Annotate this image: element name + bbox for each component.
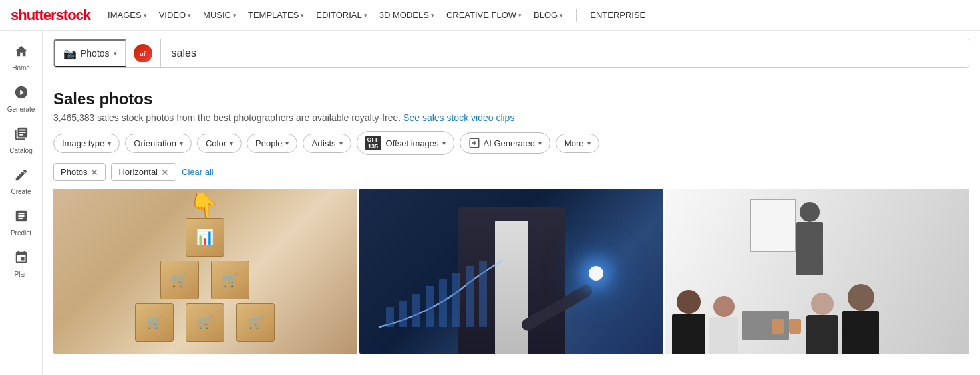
search-bar-wrapper: 📷 Photos ▾ ai [43,31,980,76]
filter-offset-images[interactable]: OFF135 Offset images ▾ [357,131,454,155]
image-card-2[interactable] [359,189,663,354]
nav-item-images[interactable]: IMAGES ▾ [104,7,151,23]
filter-orientation[interactable]: Orientation ▾ [125,134,192,153]
chevron-down-icon: ▾ [560,12,563,19]
nav-item-editorial[interactable]: EDITORIAL ▾ [312,7,371,23]
nav-item-creative-flow[interactable]: CREATIVE FLOW ▾ [442,7,526,23]
generate-icon [14,85,29,103]
ai-logo: ai [134,44,152,62]
chevron-down-icon: ▾ [431,12,434,19]
search-type-button[interactable]: 📷 Photos ▾ [54,39,126,67]
create-icon [14,168,29,186]
active-filter-horizontal: Horizontal ✕ [111,163,176,181]
ai-generated-icon [468,137,480,149]
nav-item-blog[interactable]: BLOG ▾ [530,7,567,23]
page-subtitle: 3,465,383 sales stock photos from the be… [53,112,969,123]
image-card-1[interactable]: 👆 📊 🛒 🛒 🛒 🛒 🛒 [53,189,357,354]
sidebar-item-predict[interactable]: Predict [3,203,40,242]
search-input[interactable] [161,39,969,67]
video-link[interactable]: See sales stock video clips [403,112,514,123]
clear-all-button[interactable]: Clear all [182,167,214,177]
filters-bar: Image type ▾ Orientation ▾ Color ▾ Peopl… [43,131,980,163]
nav-item-templates[interactable]: TEMPLATES ▾ [244,7,308,23]
image-card-3[interactable] [665,189,969,354]
active-filter-photos: Photos ✕ [53,163,106,181]
chevron-down-icon: ▾ [301,12,304,19]
chevron-down-icon: ▾ [587,140,591,147]
offset-icon: OFF135 [365,136,381,150]
chevron-down-icon: ▾ [538,140,542,147]
sidebar-item-create[interactable]: Create [3,162,40,201]
filter-more[interactable]: More ▾ [556,134,599,153]
chevron-down-icon: ▾ [339,140,343,147]
remove-horizontal-filter[interactable]: ✕ [161,168,169,177]
sidebar-item-plan[interactable]: Plan [3,245,40,283]
sidebar: Home Generate Catalog Create Predict [0,31,43,375]
nav-item-3d-models[interactable]: 3D MODELS ▾ [375,7,438,23]
nav-links: IMAGES ▾ VIDEO ▾ MUSIC ▾ TEMPLATES ▾ EDI… [104,7,969,23]
page-title: Sales photos [53,90,969,108]
remove-photos-filter[interactable]: ✕ [90,168,98,177]
catalog-icon [14,126,29,144]
filter-people[interactable]: People ▾ [247,134,297,153]
sidebar-item-catalog[interactable]: Catalog [3,121,40,160]
chevron-down-icon: ▾ [233,12,236,19]
filter-ai-generated[interactable]: AI Generated ▾ [460,132,550,154]
active-filters: Photos ✕ Horizontal ✕ Clear all [43,163,980,189]
chevron-down-icon: ▾ [518,12,522,19]
nav-item-video[interactable]: VIDEO ▾ [155,7,195,23]
plan-icon [14,250,29,268]
nav-item-music[interactable]: MUSIC ▾ [199,7,240,23]
chevron-down-icon: ▾ [114,50,117,57]
chevron-down-icon: ▾ [144,12,147,19]
filter-image-type[interactable]: Image type ▾ [53,134,120,153]
main-layout: Home Generate Catalog Create Predict [0,31,980,375]
nav-divider [576,9,577,22]
camera-icon: 📷 [63,47,77,60]
chevron-down-icon: ▾ [188,12,191,19]
top-nav: shutterstock IMAGES ▾ VIDEO ▾ MUSIC ▾ TE… [0,0,980,31]
nav-item-enterprise[interactable]: ENTERPRISE [586,7,649,23]
predict-icon [14,209,29,227]
search-type-label: Photos [81,48,110,59]
chevron-down-icon: ▾ [108,140,111,147]
chevron-down-icon: ▾ [180,140,183,147]
page-header: Sales photos 3,465,383 sales stock photo… [43,76,980,131]
logo[interactable]: shutterstock [11,7,90,24]
image-grid: 👆 📊 🛒 🛒 🛒 🛒 🛒 [43,189,980,354]
main-content: 📷 Photos ▾ ai Sales photos 3,465,383 sal… [43,31,980,375]
search-bar: 📷 Photos ▾ ai [53,39,969,68]
home-icon [14,44,29,62]
sidebar-item-home[interactable]: Home [3,39,40,77]
sidebar-item-generate[interactable]: Generate [3,80,40,118]
chevron-down-icon: ▾ [364,12,367,19]
filter-artists[interactable]: Artists ▾ [303,134,351,153]
chevron-down-icon: ▾ [442,140,446,147]
chevron-down-icon: ▾ [230,140,233,147]
filter-color[interactable]: Color ▾ [197,134,242,153]
ai-search-button[interactable]: ai [126,39,161,67]
chevron-down-icon: ▾ [285,140,289,147]
